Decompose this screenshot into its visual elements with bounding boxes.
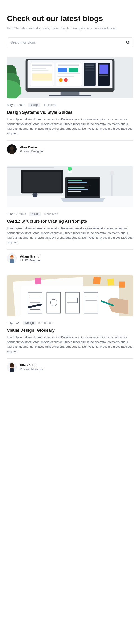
search-field[interactable] — [7, 37, 133, 48]
svg-rect-72 — [107, 278, 114, 286]
svg-rect-21 — [85, 64, 94, 66]
svg-rect-25 — [100, 64, 108, 74]
post-date: July, 2023 — [7, 321, 20, 324]
post-image[interactable] — [7, 57, 133, 98]
svg-rect-12 — [56, 62, 82, 86]
post-tag[interactable]: Design — [23, 320, 36, 325]
avatar — [7, 254, 17, 263]
svg-rect-16 — [58, 73, 80, 74]
svg-rect-22 — [85, 67, 94, 68]
post-meta: May 01, 2023 Design 4 min read — [7, 102, 133, 107]
post-title[interactable]: Design Systems vs. Style Guides — [7, 110, 133, 115]
svg-point-28 — [10, 146, 14, 150]
svg-point-19 — [64, 78, 68, 82]
svg-point-18 — [59, 78, 62, 82]
svg-marker-43 — [61, 198, 105, 202]
post-author: Adam Grand UI UX Designer — [7, 254, 133, 263]
svg-rect-71 — [93, 276, 100, 284]
post-meta: July, 2023 Design 5 min read — [7, 320, 133, 325]
post-tag[interactable]: Design — [28, 102, 40, 107]
avatar — [7, 144, 17, 154]
svg-rect-38 — [68, 184, 80, 184]
search-icon[interactable] — [126, 40, 130, 44]
svg-rect-26 — [100, 75, 108, 76]
svg-rect-11 — [32, 73, 52, 80]
svg-rect-23 — [85, 70, 94, 70]
blog-post: May 01, 2023 Design 4 min read Design Sy… — [7, 57, 133, 154]
svg-rect-14 — [58, 68, 67, 72]
post-author: Ellen John Product Manager — [7, 362, 133, 372]
post-author: Alan Carter Product Designer — [7, 144, 133, 154]
svg-rect-40 — [68, 188, 84, 188]
svg-rect-5 — [61, 92, 80, 95]
svg-rect-36 — [68, 180, 82, 181]
avatar — [7, 362, 17, 372]
divider — [7, 358, 133, 358]
svg-rect-29 — [9, 150, 14, 154]
blog-post: June 27, 2023 Design 3 min read CARE: St… — [7, 166, 133, 263]
svg-rect-41 — [68, 189, 88, 190]
post-excerpt: Lorem ipsum dolor sit amet consectetur. … — [7, 117, 133, 136]
svg-rect-78 — [10, 368, 14, 372]
post-excerpt: Lorem ipsum dolor sit amet consectetur. … — [7, 226, 133, 245]
svg-point-48 — [33, 192, 37, 197]
svg-rect-37 — [68, 182, 87, 182]
svg-rect-35 — [67, 178, 99, 196]
post-image[interactable] — [7, 166, 133, 207]
svg-rect-70 — [34, 277, 42, 284]
svg-rect-9 — [32, 68, 46, 68]
page-subtitle: Find The latest industry news, interview… — [7, 26, 133, 31]
svg-rect-10 — [32, 70, 49, 71]
author-name: Ellen John — [20, 364, 43, 367]
post-read-time: 5 min read — [38, 321, 52, 324]
post-date: May 01, 2023 — [7, 103, 25, 106]
post-meta: June 27, 2023 Design 3 min read — [7, 212, 133, 216]
page-title: Check out our latest blogs — [7, 14, 133, 23]
search-input[interactable] — [7, 37, 133, 48]
svg-rect-17 — [58, 76, 74, 77]
svg-point-45 — [68, 167, 72, 171]
svg-rect-73 — [119, 282, 125, 288]
svg-rect-39 — [68, 186, 89, 186]
svg-rect-55 — [21, 286, 119, 316]
author-role: UI UX Designer — [20, 258, 41, 262]
svg-rect-8 — [32, 64, 52, 66]
svg-rect-20 — [84, 62, 96, 86]
svg-line-1 — [128, 43, 129, 44]
svg-rect-13 — [58, 64, 79, 66]
svg-rect-49 — [7, 168, 54, 168]
author-role: Product Designer — [20, 150, 43, 153]
svg-rect-33 — [23, 172, 61, 192]
post-image[interactable] — [7, 275, 133, 316]
post-title[interactable]: Visual Design: Glossary — [7, 328, 133, 333]
divider — [7, 250, 133, 250]
svg-rect-42 — [68, 191, 81, 192]
svg-rect-15 — [68, 68, 78, 72]
svg-rect-46 — [112, 175, 112, 196]
svg-rect-52 — [10, 259, 14, 263]
author-name: Alan Carter — [20, 146, 43, 149]
post-read-time: 3 min read — [44, 212, 58, 216]
post-read-time: 4 min read — [43, 103, 57, 106]
post-title[interactable]: CARE: Structure for Crafting AI Prompts — [7, 219, 133, 224]
post-tag[interactable]: Design — [29, 212, 41, 216]
svg-rect-6 — [49, 95, 91, 96]
blog-post: July, 2023 Design 5 min read Visual Desi… — [7, 275, 133, 372]
post-excerpt: Lorem ipsum dolor sit amet consectetur. … — [7, 335, 133, 354]
author-name: Adam Grand — [20, 254, 41, 258]
post-date: June 27, 2023 — [7, 212, 26, 216]
author-role: Product Manager — [20, 368, 43, 371]
